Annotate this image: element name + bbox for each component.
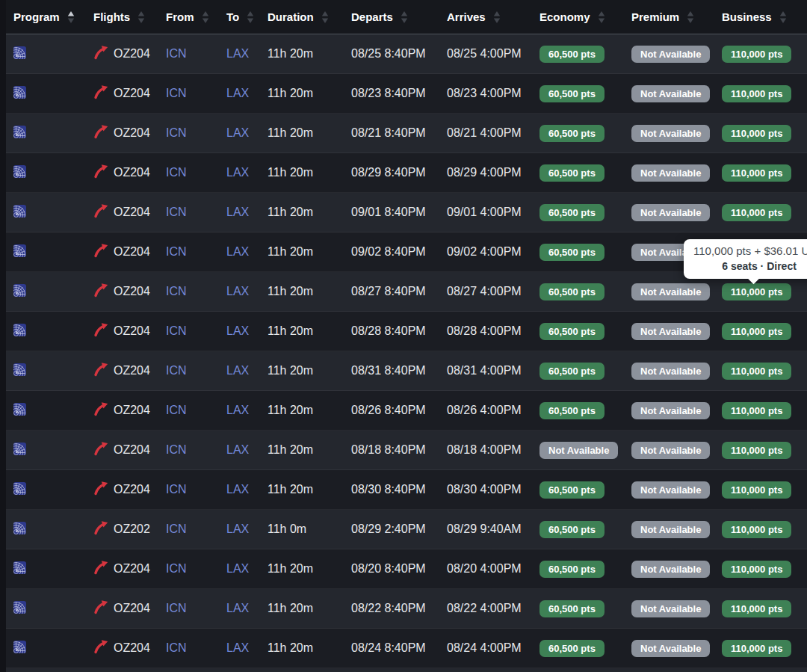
to-airport-link[interactable]: LAX bbox=[226, 47, 249, 60]
table-row[interactable]: OZ204 ICN LAX 11h 20m 08/31 8:40PM 08/31… bbox=[6, 351, 807, 391]
sort-icon[interactable] bbox=[137, 10, 145, 24]
sort-icon[interactable] bbox=[202, 10, 209, 24]
business-badge[interactable]: 110,000 pts bbox=[722, 363, 791, 380]
column-header-duration[interactable]: Duration bbox=[268, 10, 351, 24]
sort-icon[interactable] bbox=[67, 10, 75, 24]
to-airport-link[interactable]: LAX bbox=[226, 285, 249, 298]
table-row[interactable]: OZ204 ICN LAX 11h 20m 08/29 8:40PM 08/29… bbox=[6, 153, 807, 193]
business-badge[interactable]: 110,000 pts bbox=[722, 164, 791, 182]
business-badge[interactable]: 110,000 pts bbox=[722, 442, 791, 459]
economy-badge[interactable]: 60,500 pts bbox=[539, 323, 605, 340]
premium-badge[interactable]: Not Available bbox=[631, 442, 710, 459]
from-airport-link[interactable]: ICN bbox=[166, 483, 187, 496]
business-badge[interactable]: 110,000 pts bbox=[722, 323, 791, 340]
premium-badge[interactable]: Not Available bbox=[631, 481, 710, 499]
economy-badge[interactable]: 60,500 pts bbox=[539, 244, 605, 261]
to-airport-link[interactable]: LAX bbox=[226, 166, 249, 179]
to-airport-link[interactable]: LAX bbox=[226, 364, 249, 377]
table-row[interactable]: OZ204 ICN LAX 11h 20m 09/01 8:40PM 09/01… bbox=[6, 193, 807, 232]
sort-icon[interactable] bbox=[687, 10, 694, 24]
to-airport-link[interactable]: LAX bbox=[226, 483, 249, 496]
from-airport-link[interactable]: ICN bbox=[166, 87, 187, 99]
sort-icon[interactable] bbox=[493, 10, 501, 24]
from-airport-link[interactable]: ICN bbox=[166, 641, 187, 654]
table-row[interactable]: OZ204 ICN LAX 11h 20m 08/26 8:40PM 08/26… bbox=[6, 391, 807, 431]
to-airport-link[interactable]: LAX bbox=[226, 641, 249, 654]
economy-badge[interactable]: 60,500 pts bbox=[539, 125, 605, 142]
economy-badge[interactable]: 60,500 pts bbox=[539, 481, 605, 499]
from-airport-link[interactable]: ICN bbox=[166, 404, 187, 416]
column-header-to[interactable]: To bbox=[226, 10, 268, 24]
economy-badge[interactable]: Not Available bbox=[539, 442, 618, 459]
business-badge[interactable]: 110,000 pts bbox=[722, 204, 791, 221]
from-airport-link[interactable]: ICN bbox=[166, 47, 187, 60]
from-airport-link[interactable]: ICN bbox=[166, 562, 187, 575]
premium-badge[interactable]: Not Available bbox=[631, 640, 710, 657]
from-airport-link[interactable]: ICN bbox=[166, 324, 187, 337]
economy-badge[interactable]: 60,500 pts bbox=[539, 402, 605, 419]
premium-badge[interactable]: Not Available bbox=[631, 164, 710, 182]
business-badge[interactable]: 110,000 pts bbox=[722, 600, 791, 617]
sort-icon[interactable] bbox=[247, 10, 254, 24]
column-header-premium[interactable]: Premium bbox=[631, 10, 722, 24]
business-badge[interactable]: 110,000 pts bbox=[722, 561, 791, 578]
premium-badge[interactable]: Not Available bbox=[631, 323, 710, 340]
from-airport-link[interactable]: ICN bbox=[166, 126, 187, 139]
to-airport-link[interactable]: LAX bbox=[226, 523, 249, 535]
economy-badge[interactable]: 60,500 pts bbox=[539, 600, 605, 617]
from-airport-link[interactable]: ICN bbox=[166, 206, 187, 218]
to-airport-link[interactable]: LAX bbox=[226, 602, 249, 614]
from-airport-link[interactable]: ICN bbox=[166, 364, 187, 377]
business-badge[interactable]: 110,000 pts bbox=[722, 640, 791, 657]
business-badge[interactable]: 110,000 pts bbox=[722, 481, 791, 499]
economy-badge[interactable]: 60,500 pts bbox=[539, 363, 605, 380]
to-airport-link[interactable]: LAX bbox=[226, 562, 249, 575]
economy-badge[interactable]: 60,500 pts bbox=[539, 640, 605, 657]
to-airport-link[interactable]: LAX bbox=[226, 324, 249, 337]
economy-badge[interactable]: 60,500 pts bbox=[539, 204, 605, 221]
table-row-partial[interactable] bbox=[6, 668, 807, 672]
to-airport-link[interactable]: LAX bbox=[226, 126, 249, 139]
business-badge[interactable]: 110,000 pts bbox=[722, 402, 791, 419]
premium-badge[interactable]: Not Available bbox=[631, 600, 710, 617]
from-airport-link[interactable]: ICN bbox=[166, 523, 187, 535]
column-header-arrives[interactable]: Arrives bbox=[447, 10, 539, 24]
table-row[interactable]: OZ204 ICN LAX 11h 20m 08/28 8:40PM 08/28… bbox=[6, 312, 807, 351]
to-airport-link[interactable]: LAX bbox=[226, 245, 249, 258]
economy-badge[interactable]: 60,500 pts bbox=[539, 164, 605, 182]
economy-badge[interactable]: 60,500 pts bbox=[539, 46, 605, 63]
column-header-program[interactable]: Program bbox=[13, 10, 93, 24]
from-airport-link[interactable]: ICN bbox=[166, 166, 187, 179]
table-row[interactable]: OZ204 ICN LAX 11h 20m 08/23 8:40PM 08/23… bbox=[6, 74, 807, 114]
premium-badge[interactable]: Not Available bbox=[631, 561, 710, 578]
from-airport-link[interactable]: ICN bbox=[166, 443, 187, 456]
sort-icon[interactable] bbox=[321, 10, 329, 24]
sort-icon[interactable] bbox=[779, 10, 787, 24]
premium-badge[interactable]: Not Available bbox=[631, 521, 710, 538]
column-header-flights[interactable]: Flights bbox=[93, 10, 166, 24]
table-row[interactable]: OZ204 ICN LAX 11h 20m 08/18 8:40PM 08/18… bbox=[6, 431, 807, 470]
business-badge[interactable]: 110,000 pts bbox=[722, 521, 791, 538]
from-airport-link[interactable]: ICN bbox=[166, 285, 187, 298]
to-airport-link[interactable]: LAX bbox=[226, 404, 249, 416]
column-header-from[interactable]: From bbox=[166, 10, 226, 24]
to-airport-link[interactable]: LAX bbox=[226, 87, 249, 99]
premium-badge[interactable]: Not Available bbox=[631, 363, 710, 380]
premium-badge[interactable]: Not Available bbox=[631, 125, 710, 142]
economy-badge[interactable]: 60,500 pts bbox=[539, 561, 605, 578]
sort-icon[interactable] bbox=[598, 10, 605, 24]
to-airport-link[interactable]: LAX bbox=[226, 206, 249, 218]
business-badge[interactable]: 110,000 pts bbox=[722, 125, 791, 142]
column-header-economy[interactable]: Economy bbox=[539, 10, 631, 24]
table-row[interactable]: OZ204 ICN LAX 11h 20m 08/30 8:40PM 08/30… bbox=[6, 470, 807, 510]
premium-badge[interactable]: Not Available bbox=[631, 402, 710, 419]
table-row[interactable]: OZ204 ICN LAX 11h 20m 08/21 8:40PM 08/21… bbox=[6, 114, 807, 153]
business-badge[interactable]: 110,000 pts bbox=[722, 46, 791, 63]
economy-badge[interactable]: 60,500 pts bbox=[539, 283, 605, 300]
table-row[interactable]: OZ204 ICN LAX 11h 20m 08/24 8:40PM 08/24… bbox=[6, 629, 807, 668]
sort-icon[interactable] bbox=[401, 10, 408, 24]
to-airport-link[interactable]: LAX bbox=[226, 443, 249, 456]
table-row[interactable]: OZ204 ICN LAX 11h 20m 08/20 8:40PM 08/20… bbox=[6, 549, 807, 589]
business-badge[interactable]: 110,000 pts bbox=[722, 283, 791, 300]
premium-badge[interactable]: Not Available bbox=[631, 204, 710, 221]
